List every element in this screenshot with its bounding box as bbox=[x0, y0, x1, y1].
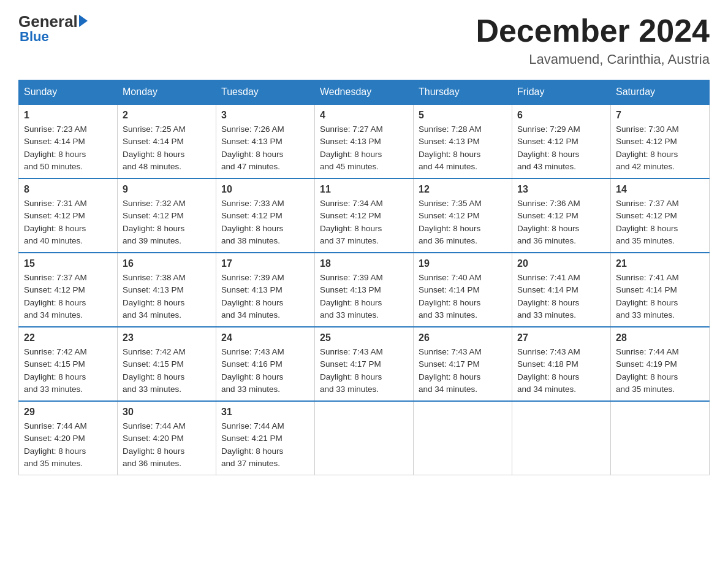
title-section: December 2024 Lavamuend, Carinthia, Aust… bbox=[476, 12, 710, 67]
week-row-3: 15 Sunrise: 7:37 AM Sunset: 4:12 PM Dayl… bbox=[19, 253, 710, 327]
calendar-cell: 6 Sunrise: 7:29 AM Sunset: 4:12 PM Dayli… bbox=[512, 104, 611, 178]
calendar-cell: 22 Sunrise: 7:42 AM Sunset: 4:15 PM Dayl… bbox=[19, 327, 118, 401]
day-info: Sunrise: 7:31 AM Sunset: 4:12 PM Dayligh… bbox=[24, 197, 112, 247]
day-info: Sunrise: 7:41 AM Sunset: 4:14 PM Dayligh… bbox=[616, 272, 704, 321]
day-info: Sunrise: 7:23 AM Sunset: 4:14 PM Dayligh… bbox=[24, 123, 112, 173]
logo-subtitle: Blue bbox=[20, 29, 49, 45]
day-info: Sunrise: 7:44 AM Sunset: 4:21 PM Dayligh… bbox=[221, 420, 309, 470]
calendar-cell: 15 Sunrise: 7:37 AM Sunset: 4:12 PM Dayl… bbox=[19, 253, 118, 327]
page-header: General Blue December 2024 Lavamuend, Ca… bbox=[18, 12, 710, 67]
day-info: Sunrise: 7:43 AM Sunset: 4:17 PM Dayligh… bbox=[320, 346, 408, 396]
calendar-cell: 8 Sunrise: 7:31 AM Sunset: 4:12 PM Dayli… bbox=[19, 178, 118, 253]
day-number: 22 bbox=[24, 332, 112, 343]
day-number: 12 bbox=[419, 184, 507, 195]
logo-triangle-icon bbox=[79, 15, 88, 27]
day-info: Sunrise: 7:41 AM Sunset: 4:14 PM Dayligh… bbox=[517, 272, 605, 321]
calendar-cell: 10 Sunrise: 7:33 AM Sunset: 4:12 PM Dayl… bbox=[216, 178, 315, 253]
calendar-cell: 3 Sunrise: 7:26 AM Sunset: 4:13 PM Dayli… bbox=[216, 104, 315, 178]
week-row-4: 22 Sunrise: 7:42 AM Sunset: 4:15 PM Dayl… bbox=[19, 327, 710, 401]
weekday-header-wednesday: Wednesday bbox=[315, 80, 414, 105]
day-info: Sunrise: 7:44 AM Sunset: 4:20 PM Dayligh… bbox=[24, 420, 112, 470]
day-number: 31 bbox=[221, 407, 309, 418]
calendar-cell: 12 Sunrise: 7:35 AM Sunset: 4:12 PM Dayl… bbox=[414, 178, 512, 253]
calendar-cell: 9 Sunrise: 7:32 AM Sunset: 4:12 PM Dayli… bbox=[118, 178, 216, 253]
day-number: 25 bbox=[320, 332, 408, 343]
weekday-header-tuesday: Tuesday bbox=[216, 80, 315, 105]
calendar-cell: 20 Sunrise: 7:41 AM Sunset: 4:14 PM Dayl… bbox=[512, 253, 611, 327]
calendar-cell: 28 Sunrise: 7:44 AM Sunset: 4:19 PM Dayl… bbox=[611, 327, 710, 401]
day-info: Sunrise: 7:44 AM Sunset: 4:19 PM Dayligh… bbox=[616, 346, 704, 396]
day-number: 7 bbox=[616, 110, 704, 121]
location: Lavamuend, Carinthia, Austria bbox=[476, 52, 710, 67]
day-number: 4 bbox=[320, 110, 408, 121]
calendar-cell: 18 Sunrise: 7:39 AM Sunset: 4:13 PM Dayl… bbox=[315, 253, 414, 327]
weekday-header-monday: Monday bbox=[118, 80, 216, 105]
calendar-cell: 30 Sunrise: 7:44 AM Sunset: 4:20 PM Dayl… bbox=[118, 401, 216, 475]
day-number: 27 bbox=[517, 332, 605, 343]
day-number: 21 bbox=[616, 258, 704, 269]
calendar-cell: 19 Sunrise: 7:40 AM Sunset: 4:14 PM Dayl… bbox=[414, 253, 512, 327]
weekday-header-friday: Friday bbox=[512, 80, 611, 105]
week-row-5: 29 Sunrise: 7:44 AM Sunset: 4:20 PM Dayl… bbox=[19, 401, 710, 475]
day-info: Sunrise: 7:43 AM Sunset: 4:18 PM Dayligh… bbox=[517, 346, 605, 396]
calendar-cell: 13 Sunrise: 7:36 AM Sunset: 4:12 PM Dayl… bbox=[512, 178, 611, 253]
calendar-cell: 5 Sunrise: 7:28 AM Sunset: 4:13 PM Dayli… bbox=[414, 104, 512, 178]
weekday-header-row: SundayMondayTuesdayWednesdayThursdayFrid… bbox=[19, 80, 710, 105]
day-number: 30 bbox=[123, 407, 211, 418]
week-row-2: 8 Sunrise: 7:31 AM Sunset: 4:12 PM Dayli… bbox=[19, 178, 710, 253]
day-number: 8 bbox=[24, 184, 112, 195]
calendar-cell: 31 Sunrise: 7:44 AM Sunset: 4:21 PM Dayl… bbox=[216, 401, 315, 475]
calendar-cell: 21 Sunrise: 7:41 AM Sunset: 4:14 PM Dayl… bbox=[611, 253, 710, 327]
day-info: Sunrise: 7:26 AM Sunset: 4:13 PM Dayligh… bbox=[221, 123, 309, 173]
day-info: Sunrise: 7:27 AM Sunset: 4:13 PM Dayligh… bbox=[320, 123, 408, 173]
day-number: 26 bbox=[419, 332, 507, 343]
day-number: 9 bbox=[123, 184, 211, 195]
day-number: 10 bbox=[221, 184, 309, 195]
day-number: 11 bbox=[320, 184, 408, 195]
day-info: Sunrise: 7:37 AM Sunset: 4:12 PM Dayligh… bbox=[24, 272, 112, 321]
calendar-cell: 24 Sunrise: 7:43 AM Sunset: 4:16 PM Dayl… bbox=[216, 327, 315, 401]
calendar-cell bbox=[611, 401, 710, 475]
day-info: Sunrise: 7:36 AM Sunset: 4:12 PM Dayligh… bbox=[517, 197, 605, 247]
day-number: 14 bbox=[616, 184, 704, 195]
day-number: 19 bbox=[419, 258, 507, 269]
calendar-cell: 14 Sunrise: 7:37 AM Sunset: 4:12 PM Dayl… bbox=[611, 178, 710, 253]
calendar-cell: 29 Sunrise: 7:44 AM Sunset: 4:20 PM Dayl… bbox=[19, 401, 118, 475]
day-info: Sunrise: 7:42 AM Sunset: 4:15 PM Dayligh… bbox=[24, 346, 112, 396]
day-info: Sunrise: 7:29 AM Sunset: 4:12 PM Dayligh… bbox=[517, 123, 605, 173]
calendar-cell bbox=[414, 401, 512, 475]
day-number: 15 bbox=[24, 258, 112, 269]
day-info: Sunrise: 7:38 AM Sunset: 4:13 PM Dayligh… bbox=[123, 272, 211, 321]
day-info: Sunrise: 7:32 AM Sunset: 4:12 PM Dayligh… bbox=[123, 197, 211, 247]
day-info: Sunrise: 7:44 AM Sunset: 4:20 PM Dayligh… bbox=[123, 420, 211, 470]
day-info: Sunrise: 7:30 AM Sunset: 4:12 PM Dayligh… bbox=[616, 123, 704, 173]
day-info: Sunrise: 7:43 AM Sunset: 4:16 PM Dayligh… bbox=[221, 346, 309, 396]
day-info: Sunrise: 7:42 AM Sunset: 4:15 PM Dayligh… bbox=[123, 346, 211, 396]
day-number: 17 bbox=[221, 258, 309, 269]
calendar-cell: 4 Sunrise: 7:27 AM Sunset: 4:13 PM Dayli… bbox=[315, 104, 414, 178]
calendar-cell: 17 Sunrise: 7:39 AM Sunset: 4:13 PM Dayl… bbox=[216, 253, 315, 327]
day-info: Sunrise: 7:43 AM Sunset: 4:17 PM Dayligh… bbox=[419, 346, 507, 396]
calendar-cell: 1 Sunrise: 7:23 AM Sunset: 4:14 PM Dayli… bbox=[19, 104, 118, 178]
calendar-cell: 7 Sunrise: 7:30 AM Sunset: 4:12 PM Dayli… bbox=[611, 104, 710, 178]
day-number: 23 bbox=[123, 332, 211, 343]
day-number: 5 bbox=[419, 110, 507, 121]
logo: General Blue bbox=[18, 12, 88, 45]
day-info: Sunrise: 7:35 AM Sunset: 4:12 PM Dayligh… bbox=[419, 197, 507, 247]
calendar-cell: 2 Sunrise: 7:25 AM Sunset: 4:14 PM Dayli… bbox=[118, 104, 216, 178]
week-row-1: 1 Sunrise: 7:23 AM Sunset: 4:14 PM Dayli… bbox=[19, 104, 710, 178]
day-number: 20 bbox=[517, 258, 605, 269]
day-number: 18 bbox=[320, 258, 408, 269]
calendar-cell bbox=[315, 401, 414, 475]
day-number: 1 bbox=[24, 110, 112, 121]
day-info: Sunrise: 7:39 AM Sunset: 4:13 PM Dayligh… bbox=[221, 272, 309, 321]
day-number: 29 bbox=[24, 407, 112, 418]
calendar-cell: 16 Sunrise: 7:38 AM Sunset: 4:13 PM Dayl… bbox=[118, 253, 216, 327]
calendar-cell: 27 Sunrise: 7:43 AM Sunset: 4:18 PM Dayl… bbox=[512, 327, 611, 401]
day-info: Sunrise: 7:28 AM Sunset: 4:13 PM Dayligh… bbox=[419, 123, 507, 173]
day-info: Sunrise: 7:39 AM Sunset: 4:13 PM Dayligh… bbox=[320, 272, 408, 321]
day-info: Sunrise: 7:34 AM Sunset: 4:12 PM Dayligh… bbox=[320, 197, 408, 247]
day-number: 6 bbox=[517, 110, 605, 121]
day-info: Sunrise: 7:40 AM Sunset: 4:14 PM Dayligh… bbox=[419, 272, 507, 321]
month-title: December 2024 bbox=[476, 12, 710, 49]
